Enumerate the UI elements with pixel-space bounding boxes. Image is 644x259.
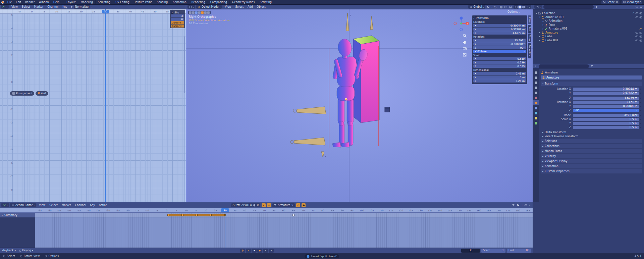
toggle-xray-icon[interactable] (509, 5, 512, 9)
npanel-tab-animation[interactable]: Animation (528, 43, 531, 58)
chevron-down-icon[interactable]: ▾ (491, 6, 492, 8)
topbar-menu[interactable]: File (5, 0, 14, 4)
animate-decorator[interactable] (639, 110, 642, 111)
workspace-tab[interactable]: Scripting (257, 0, 274, 4)
workspace-tab[interactable]: Layout (64, 0, 78, 4)
animate-decorator[interactable] (639, 119, 642, 120)
rendered-shading-icon[interactable] (526, 6, 528, 8)
location-field[interactable]: Z-1.6279 m (473, 31, 526, 35)
animate-decorator[interactable] (639, 98, 642, 99)
transform-orientation-selector[interactable]: Global ▾ (468, 5, 486, 9)
tab-output[interactable] (533, 80, 539, 85)
transport-button[interactable]: |« (240, 249, 245, 253)
transform-tool-icon[interactable] (204, 11, 207, 14)
camera-view-icon[interactable] (463, 46, 467, 51)
outliner-item-armature-active[interactable]: ▸ Armature (533, 31, 644, 35)
marker-chip[interactable]: Emargo laszl (10, 91, 34, 96)
outliner-item-collection[interactable]: ▾ Collection ✓ (533, 11, 644, 15)
proportional-editing-icon[interactable]: ○ (494, 5, 496, 9)
fake-user-shield-icon[interactable] (253, 204, 256, 207)
view-layer-selector[interactable]: ViewLayer (622, 0, 642, 4)
transport-button[interactable]: « (246, 249, 251, 253)
dimension-field[interactable]: X0.41 m (473, 72, 526, 75)
action-datablock-field[interactable]: zte APOLLO × (231, 203, 260, 207)
unlink-scene-icon[interactable]: × (616, 1, 618, 4)
npanel-tab-tool[interactable]: Tool (528, 25, 531, 33)
show-overlays-icon[interactable] (504, 5, 507, 9)
topbar-menu[interactable]: Edit (14, 0, 23, 4)
playback-menu[interactable]: Playback ▾ (2, 249, 16, 252)
workspace-tab[interactable]: Texture Paint (132, 0, 155, 4)
stash-action-button[interactable]: ≡ (267, 203, 271, 207)
scale-field[interactable]: Y0.539 (473, 61, 526, 64)
viewport-display-panel[interactable]: ▸Viewport Display (541, 159, 642, 163)
hide-in-viewport-icon[interactable] (635, 16, 638, 19)
summary-channel-row[interactable]: ▸ Summary (0, 213, 35, 217)
notification-toast[interactable]: Saved "apollo.blend" (305, 254, 339, 258)
playhead-line[interactable] (105, 9, 106, 202)
expand-icon[interactable]: ▸ (542, 23, 545, 26)
expand-icon[interactable]: ▾ (538, 16, 541, 18)
dopesheet-menu[interactable]: Action (97, 202, 109, 208)
value-field[interactable]: 0.57882 m▾ (573, 92, 639, 95)
expand-icon[interactable]: ▸ (538, 31, 541, 34)
panel-collapse-icon[interactable]: ▾ (473, 17, 474, 19)
animate-decorator[interactable] (639, 106, 642, 107)
select-box-tool-icon[interactable] (189, 11, 192, 14)
viewport-canvas[interactable]: z z Right Orthographic (10) Scene Collec… (186, 9, 533, 202)
hide-in-viewport-icon[interactable] (635, 12, 638, 15)
topbar-menu[interactable]: Render (23, 0, 37, 4)
scale-field[interactable]: X0.539 (473, 57, 526, 60)
tab-world[interactable] (533, 95, 539, 100)
graph-editor-menu[interactable]: Key (60, 5, 69, 9)
annotate-tool-icon[interactable] (207, 11, 210, 14)
relations-panel[interactable]: ▸Relations (541, 139, 642, 143)
filter-icon[interactable] (595, 5, 598, 8)
animate-decorator[interactable] (639, 102, 642, 103)
scale-field[interactable]: Z0.539 (473, 64, 526, 68)
animate-decorator[interactable] (639, 93, 642, 94)
material-shading-icon[interactable] (522, 6, 525, 8)
editor-type-button[interactable]: ▾ (1, 5, 9, 9)
snap-magnet-icon[interactable] (487, 5, 490, 9)
graph-scrollbar[interactable] (184, 36, 185, 93)
chevron-down-icon[interactable]: ▾ (529, 6, 530, 8)
disable-in-renders-icon[interactable] (639, 35, 642, 38)
rotation-field[interactable]: Y-0.000001° (473, 42, 526, 46)
disable-in-renders-icon[interactable] (639, 39, 642, 42)
keying-menu[interactable]: Keying ▾ (19, 249, 33, 252)
navigation-gizmo[interactable]: X (453, 15, 469, 32)
hide-in-viewport-icon[interactable] (635, 39, 638, 42)
transport-button[interactable]: ◀ (252, 249, 257, 253)
workspace-tab[interactable]: Modeling (78, 0, 95, 4)
dopesheet-playhead-badge[interactable]: 30 (221, 208, 229, 212)
expand-icon[interactable]: ▸ (542, 28, 545, 30)
value-field[interactable]: -0.30044 m▾ (573, 88, 639, 91)
tab-scene[interactable] (533, 90, 539, 95)
proportional-editing-icon[interactable] (524, 204, 527, 207)
npanel-tab-view[interactable]: View (528, 34, 531, 43)
filter-icon[interactable] (512, 204, 515, 207)
solid-shading-icon[interactable] (518, 5, 522, 9)
dopesheet-mode-selector[interactable]: Action Editor ▾ (10, 203, 36, 207)
marker-chip[interactable]: ♥ AVG (36, 91, 48, 96)
outliner-search-input[interactable] (543, 5, 594, 9)
pan-hand-icon[interactable] (463, 40, 467, 44)
filter-icon[interactable] (70, 5, 73, 8)
rotate-tool-icon[interactable] (198, 11, 201, 14)
expand-icon[interactable]: ▸ (538, 39, 541, 42)
playhead-frame-badge[interactable]: 30 (102, 10, 109, 13)
collections-panel[interactable]: ▸Collections (541, 144, 642, 148)
tab-tool[interactable] (533, 70, 539, 75)
viewport-menu[interactable]: Add (246, 5, 255, 9)
animate-decorator[interactable] (639, 89, 642, 90)
scene-selector[interactable]: Scene × (601, 0, 620, 4)
graph-editor-menu[interactable]: Marker (32, 5, 46, 9)
mode-selector[interactable]: Object Mode ▾ (196, 5, 222, 9)
toggle-ortho-icon[interactable] (463, 53, 467, 57)
hide-in-viewport-icon[interactable] (635, 31, 638, 34)
dopesheet-menu[interactable]: View (37, 202, 47, 208)
object-name-field[interactable]: Armature (541, 75, 642, 80)
workspace-tab[interactable]: Animation (170, 0, 189, 4)
editor-type-button[interactable]: ▾ (534, 5, 542, 9)
